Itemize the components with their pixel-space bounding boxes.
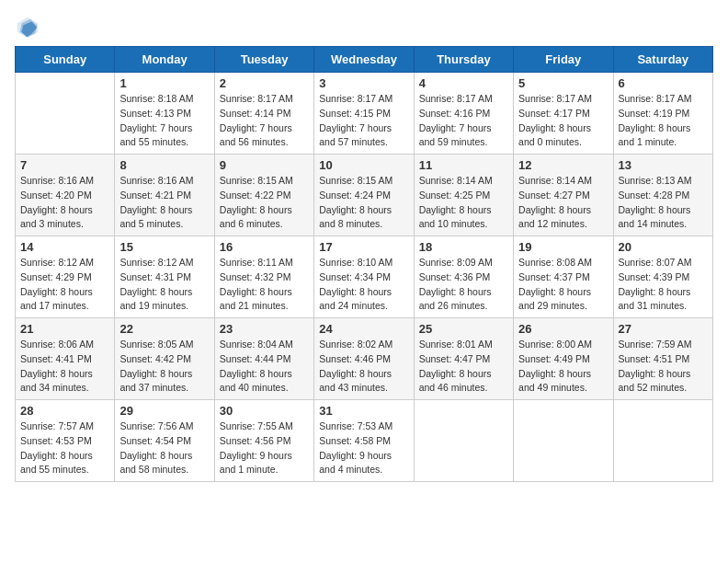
weekday-header: Wednesday bbox=[314, 47, 414, 73]
day-info: Sunrise: 8:02 AMSunset: 4:46 PMDaylight:… bbox=[319, 338, 408, 396]
day-info: Sunrise: 7:59 AMSunset: 4:51 PMDaylight:… bbox=[619, 338, 708, 396]
day-info: Sunrise: 7:56 AMSunset: 4:54 PMDaylight:… bbox=[119, 419, 209, 477]
day-info: Sunrise: 8:17 AMSunset: 4:17 PMDaylight:… bbox=[518, 92, 608, 150]
day-info: Sunrise: 7:53 AMSunset: 4:58 PMDaylight:… bbox=[319, 419, 408, 477]
calendar-week-row: 28 Sunrise: 7:57 AMSunset: 4:53 PMDaylig… bbox=[16, 400, 713, 482]
logo-icon bbox=[15, 15, 40, 40]
day-info: Sunrise: 8:09 AMSunset: 4:36 PMDaylight:… bbox=[419, 256, 508, 314]
day-info: Sunrise: 8:00 AMSunset: 4:49 PMDaylight:… bbox=[518, 338, 608, 396]
day-number: 12 bbox=[518, 158, 608, 172]
calendar-week-row: 1 Sunrise: 8:18 AMSunset: 4:13 PMDayligh… bbox=[16, 73, 713, 155]
weekday-header: Friday bbox=[514, 47, 613, 73]
day-number: 28 bbox=[20, 404, 109, 418]
day-number: 2 bbox=[220, 76, 309, 90]
calendar-cell: 27 Sunrise: 7:59 AMSunset: 4:51 PMDaylig… bbox=[613, 318, 712, 400]
logo bbox=[15, 15, 44, 40]
day-number: 3 bbox=[319, 76, 408, 90]
calendar-cell: 3 Sunrise: 8:17 AMSunset: 4:15 PMDayligh… bbox=[314, 73, 414, 155]
day-info: Sunrise: 8:11 AMSunset: 4:32 PMDaylight:… bbox=[220, 256, 309, 314]
calendar-cell: 14 Sunrise: 8:12 AMSunset: 4:29 PMDaylig… bbox=[16, 236, 115, 318]
day-info: Sunrise: 8:05 AMSunset: 4:42 PMDaylight:… bbox=[119, 338, 209, 396]
day-number: 20 bbox=[619, 240, 708, 254]
day-info: Sunrise: 8:15 AMSunset: 4:22 PMDaylight:… bbox=[220, 174, 309, 232]
day-info: Sunrise: 8:13 AMSunset: 4:28 PMDaylight:… bbox=[619, 174, 708, 232]
calendar-cell: 7 Sunrise: 8:16 AMSunset: 4:20 PMDayligh… bbox=[16, 155, 115, 236]
day-info: Sunrise: 8:17 AMSunset: 4:15 PMDaylight:… bbox=[319, 92, 408, 150]
day-info: Sunrise: 7:55 AMSunset: 4:56 PMDaylight:… bbox=[220, 419, 309, 477]
day-number: 15 bbox=[119, 240, 209, 254]
calendar-header-row: SundayMondayTuesdayWednesdayThursdayFrid… bbox=[16, 47, 713, 73]
day-info: Sunrise: 8:17 AMSunset: 4:19 PMDaylight:… bbox=[619, 92, 708, 150]
calendar-cell: 9 Sunrise: 8:15 AMSunset: 4:22 PMDayligh… bbox=[214, 155, 313, 236]
day-number: 19 bbox=[518, 240, 608, 254]
day-info: Sunrise: 8:18 AMSunset: 4:13 PMDaylight:… bbox=[119, 92, 209, 150]
day-info: Sunrise: 7:57 AMSunset: 4:53 PMDaylight:… bbox=[20, 419, 109, 477]
calendar-cell bbox=[613, 400, 712, 482]
day-number: 21 bbox=[20, 322, 109, 336]
calendar-cell: 17 Sunrise: 8:10 AMSunset: 4:34 PMDaylig… bbox=[314, 236, 414, 318]
day-number: 4 bbox=[419, 76, 508, 90]
weekday-header: Saturday bbox=[613, 47, 712, 73]
calendar-cell: 24 Sunrise: 8:02 AMSunset: 4:46 PMDaylig… bbox=[314, 318, 414, 400]
calendar-cell: 12 Sunrise: 8:14 AMSunset: 4:27 PMDaylig… bbox=[514, 155, 613, 236]
day-info: Sunrise: 8:12 AMSunset: 4:31 PMDaylight:… bbox=[119, 256, 209, 314]
day-info: Sunrise: 8:17 AMSunset: 4:16 PMDaylight:… bbox=[419, 92, 508, 150]
day-number: 31 bbox=[319, 404, 408, 418]
calendar-cell: 31 Sunrise: 7:53 AMSunset: 4:58 PMDaylig… bbox=[314, 400, 414, 482]
weekday-header: Sunday bbox=[16, 47, 115, 73]
day-number: 1 bbox=[119, 76, 209, 90]
day-info: Sunrise: 8:10 AMSunset: 4:34 PMDaylight:… bbox=[319, 256, 408, 314]
day-info: Sunrise: 8:04 AMSunset: 4:44 PMDaylight:… bbox=[220, 338, 309, 396]
day-number: 18 bbox=[419, 240, 508, 254]
calendar-cell: 16 Sunrise: 8:11 AMSunset: 4:32 PMDaylig… bbox=[214, 236, 313, 318]
calendar-cell bbox=[514, 400, 613, 482]
calendar-cell bbox=[16, 73, 115, 155]
calendar-cell: 20 Sunrise: 8:07 AMSunset: 4:39 PMDaylig… bbox=[613, 236, 712, 318]
calendar-cell: 25 Sunrise: 8:01 AMSunset: 4:47 PMDaylig… bbox=[414, 318, 513, 400]
day-number: 8 bbox=[119, 158, 209, 172]
calendar-table: SundayMondayTuesdayWednesdayThursdayFrid… bbox=[15, 46, 713, 482]
calendar-week-row: 21 Sunrise: 8:06 AMSunset: 4:41 PMDaylig… bbox=[16, 318, 713, 400]
day-number: 16 bbox=[220, 240, 309, 254]
calendar-cell: 18 Sunrise: 8:09 AMSunset: 4:36 PMDaylig… bbox=[414, 236, 513, 318]
calendar-cell: 19 Sunrise: 8:08 AMSunset: 4:37 PMDaylig… bbox=[514, 236, 613, 318]
day-info: Sunrise: 8:14 AMSunset: 4:25 PMDaylight:… bbox=[419, 174, 508, 232]
day-number: 27 bbox=[619, 322, 708, 336]
day-number: 30 bbox=[220, 404, 309, 418]
calendar-cell: 21 Sunrise: 8:06 AMSunset: 4:41 PMDaylig… bbox=[16, 318, 115, 400]
day-number: 14 bbox=[20, 240, 109, 254]
calendar-cell: 8 Sunrise: 8:16 AMSunset: 4:21 PMDayligh… bbox=[115, 155, 214, 236]
day-number: 6 bbox=[619, 76, 708, 90]
day-number: 11 bbox=[419, 158, 508, 172]
day-number: 10 bbox=[319, 158, 408, 172]
day-info: Sunrise: 8:07 AMSunset: 4:39 PMDaylight:… bbox=[619, 256, 708, 314]
day-number: 25 bbox=[419, 322, 508, 336]
calendar-cell bbox=[414, 400, 513, 482]
day-number: 23 bbox=[220, 322, 309, 336]
calendar-cell: 13 Sunrise: 8:13 AMSunset: 4:28 PMDaylig… bbox=[613, 155, 712, 236]
calendar-cell: 28 Sunrise: 7:57 AMSunset: 4:53 PMDaylig… bbox=[16, 400, 115, 482]
day-info: Sunrise: 8:16 AMSunset: 4:20 PMDaylight:… bbox=[20, 174, 109, 232]
calendar-cell: 15 Sunrise: 8:12 AMSunset: 4:31 PMDaylig… bbox=[115, 236, 214, 318]
day-number: 24 bbox=[319, 322, 408, 336]
day-number: 26 bbox=[518, 322, 608, 336]
day-number: 29 bbox=[119, 404, 209, 418]
calendar-cell: 26 Sunrise: 8:00 AMSunset: 4:49 PMDaylig… bbox=[514, 318, 613, 400]
day-number: 5 bbox=[518, 76, 608, 90]
day-info: Sunrise: 8:06 AMSunset: 4:41 PMDaylight:… bbox=[20, 338, 109, 396]
calendar-cell: 2 Sunrise: 8:17 AMSunset: 4:14 PMDayligh… bbox=[214, 73, 313, 155]
day-info: Sunrise: 8:12 AMSunset: 4:29 PMDaylight:… bbox=[20, 256, 109, 314]
calendar-cell: 4 Sunrise: 8:17 AMSunset: 4:16 PMDayligh… bbox=[414, 73, 513, 155]
day-info: Sunrise: 8:01 AMSunset: 4:47 PMDaylight:… bbox=[419, 338, 508, 396]
calendar-week-row: 7 Sunrise: 8:16 AMSunset: 4:20 PMDayligh… bbox=[16, 155, 713, 236]
calendar-cell: 6 Sunrise: 8:17 AMSunset: 4:19 PMDayligh… bbox=[613, 73, 712, 155]
day-number: 13 bbox=[619, 158, 708, 172]
calendar-cell: 29 Sunrise: 7:56 AMSunset: 4:54 PMDaylig… bbox=[115, 400, 214, 482]
calendar-cell: 30 Sunrise: 7:55 AMSunset: 4:56 PMDaylig… bbox=[214, 400, 313, 482]
calendar-cell: 5 Sunrise: 8:17 AMSunset: 4:17 PMDayligh… bbox=[514, 73, 613, 155]
weekday-header: Tuesday bbox=[214, 47, 313, 73]
day-number: 9 bbox=[220, 158, 309, 172]
day-number: 22 bbox=[119, 322, 209, 336]
calendar-cell: 23 Sunrise: 8:04 AMSunset: 4:44 PMDaylig… bbox=[214, 318, 313, 400]
weekday-header: Thursday bbox=[414, 47, 513, 73]
